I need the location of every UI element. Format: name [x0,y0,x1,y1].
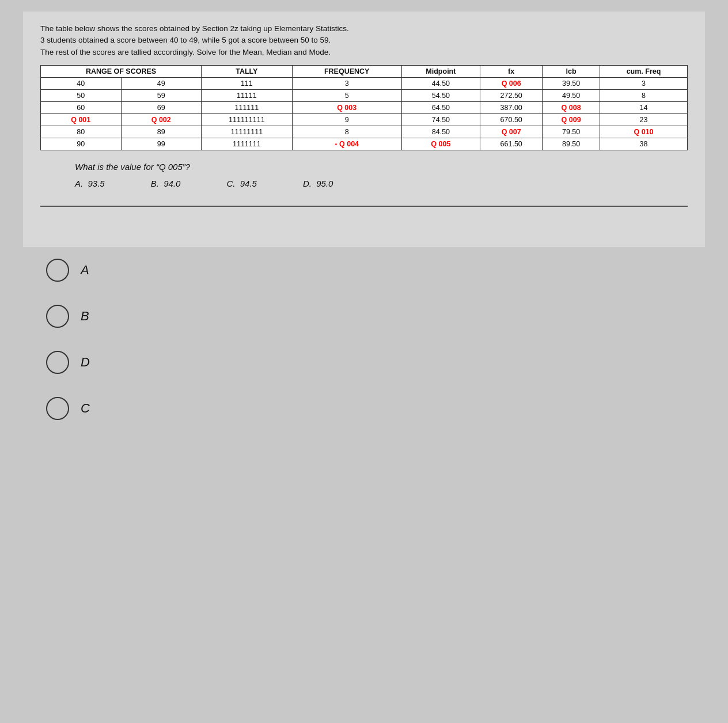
col-tally: TALLY [202,65,293,77]
col-midpoint: Midpoint [401,65,480,77]
option-a[interactable]: A [46,259,682,282]
col-cumfreq: cum. Freq [600,65,688,77]
table-row: 50 59 11111 5 54.50 272.50 49.50 8 [41,89,688,101]
radio-c[interactable] [46,397,69,420]
choices-row: A. 93.5 B. 94.0 C. 94.5 D. 95.0 [75,179,688,188]
answer-options: A B D C [23,247,705,431]
option-d-label: D [81,355,90,370]
option-c-label: C [81,401,90,416]
intro-text: The table below shows the scores obtaine… [40,23,688,58]
table-row: 40 49 111 3 44.50 Q 006 39.50 3 [41,77,688,89]
table-row: 80 89 11111111 8 84.50 Q 007 79.50 Q 010 [41,126,688,138]
option-d[interactable]: D [46,351,682,374]
col-range: RANGE OF SCORES [41,65,202,77]
option-a-label: A [81,263,89,278]
question-text: What is the value for “Q 005”? [75,162,688,172]
option-c[interactable]: C [46,397,682,420]
radio-d[interactable] [46,351,69,374]
col-fx: fx [480,65,543,77]
table-row: 90 99 1111111 - Q 004 Q 005 661.50 89.50… [41,138,688,150]
col-lcb: lcb [543,65,600,77]
choice-a: A. 93.5 [75,179,105,188]
table-row: 60 69 111111 Q 003 64.50 387.00 Q 008 14 [41,101,688,113]
option-b-label: B [81,309,89,324]
option-b[interactable]: B [46,305,682,328]
choice-d: D. 95.0 [303,179,333,188]
choice-b: B. 94.0 [151,179,181,188]
radio-a[interactable] [46,259,69,282]
radio-b[interactable] [46,305,69,328]
statistics-table: RANGE OF SCORES TALLY FREQUENCY Midpoint… [40,65,688,150]
table-row: Q 001 Q 002 111111111 9 74.50 670.50 Q 0… [41,113,688,126]
choice-c: C. 94.5 [226,179,257,188]
col-frequency: FREQUENCY [292,65,401,77]
